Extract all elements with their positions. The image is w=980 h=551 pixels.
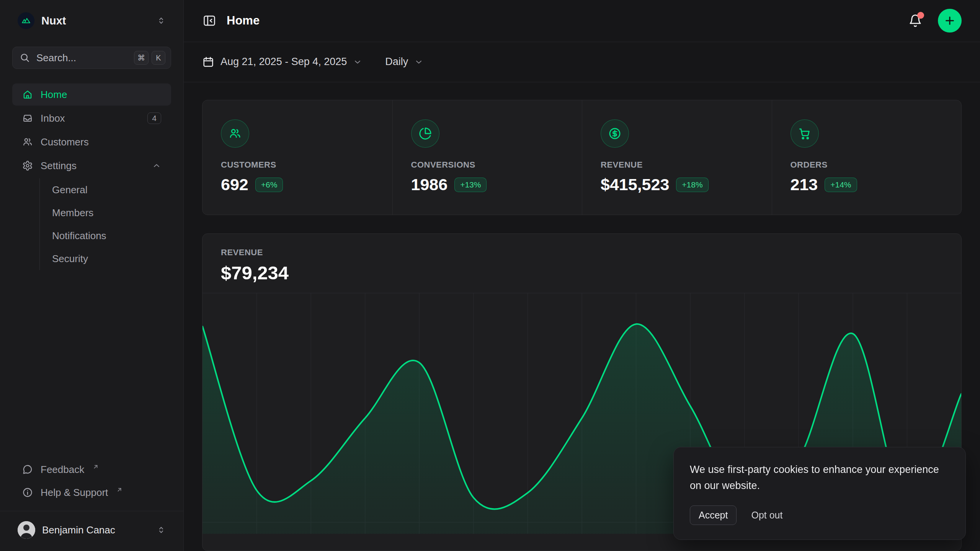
stat-label: REVENUE <box>601 160 753 170</box>
calendar-icon <box>202 56 214 68</box>
stat-value: $415,523 <box>601 175 669 194</box>
chevrons-up-down-icon <box>157 16 166 25</box>
granularity-value: Daily <box>385 56 408 68</box>
date-range-value: Aug 21, 2025 - Sep 4, 2025 <box>220 56 347 68</box>
feedback-label: Feedback <box>41 464 84 476</box>
sidebar-item-settings[interactable]: Settings <box>12 155 171 177</box>
notification-dot <box>917 12 924 19</box>
workspace-name: Nuxt <box>41 15 150 27</box>
stat-label: ORDERS <box>791 160 943 170</box>
chat-bubble-icon <box>22 464 33 475</box>
avatar <box>18 521 35 539</box>
info-circle-icon <box>22 487 33 498</box>
search-shortcut: ⌘ K <box>134 51 165 65</box>
home-icon <box>22 89 33 100</box>
sidebar-item-notifications[interactable]: Notifications <box>52 224 171 247</box>
sidebar: Nuxt Search... ⌘ K Home <box>0 0 184 551</box>
kbd-cmd: ⌘ <box>134 51 149 65</box>
stat-customers[interactable]: CUSTOMERS 692 +6% <box>203 100 392 215</box>
chevron-up-icon <box>152 161 161 170</box>
users-icon <box>22 137 33 147</box>
search-placeholder: Search... <box>36 52 128 64</box>
stat-revenue[interactable]: REVENUE $415,523 +18% <box>582 100 772 215</box>
sidebar-item-inbox[interactable]: Inbox 4 <box>12 107 171 129</box>
stat-orders[interactable]: ORDERS 213 +14% <box>772 100 962 215</box>
stat-delta-badge: +18% <box>676 178 708 192</box>
nuxt-logo-icon <box>18 12 34 29</box>
sidebar-item-label: Customers <box>41 136 89 148</box>
feedback-link[interactable]: Feedback <box>12 458 171 481</box>
cookie-banner: We use first-party cookies to enhance yo… <box>673 447 966 540</box>
stat-value: 1986 <box>411 175 448 194</box>
sidebar-item-label: Settings <box>41 160 77 172</box>
notifications-button[interactable] <box>908 13 923 28</box>
stats-card: CUSTOMERS 692 +6% CONVERSIONS 1986 +13% <box>202 100 962 215</box>
top-bar: Home <box>184 0 980 42</box>
settings-sub-list: General Members Notifications Security <box>39 178 171 270</box>
sidebar-item-label: Home <box>41 89 67 101</box>
dollar-circle-icon <box>601 119 629 148</box>
external-link-icon <box>116 487 122 493</box>
chevrons-up-down-icon <box>157 525 166 535</box>
chevron-down-icon <box>353 57 362 67</box>
sidebar-item-label: Inbox <box>41 112 65 124</box>
sidebar-footer: Feedback Help & Support <box>12 458 171 545</box>
sidebar-item-members[interactable]: Members <box>52 201 171 224</box>
inbox-count-badge: 4 <box>147 112 161 124</box>
gear-icon <box>22 160 33 171</box>
plus-icon <box>944 15 956 27</box>
app-root: Nuxt Search... ⌘ K Home <box>0 0 980 551</box>
stat-label: CUSTOMERS <box>221 160 374 170</box>
stat-delta-badge: +14% <box>825 178 857 192</box>
user-name: Benjamin Canac <box>42 524 150 536</box>
search-icon <box>20 52 30 63</box>
stat-value: 213 <box>791 175 818 194</box>
collapse-sidebar-icon[interactable] <box>202 13 217 28</box>
sidebar-item-home[interactable]: Home <box>12 83 171 106</box>
stat-value: 692 <box>221 175 248 194</box>
help-support-link[interactable]: Help & Support <box>12 481 171 504</box>
user-section: Benjamin Canac <box>0 511 183 545</box>
revenue-chart-label: REVENUE <box>221 248 943 258</box>
stat-label: CONVERSIONS <box>411 160 564 170</box>
cookie-message: We use first-party cookies to enhance yo… <box>690 462 949 494</box>
sidebar-item-customers[interactable]: Customers <box>12 131 171 153</box>
chevron-down-icon <box>414 57 423 67</box>
inbox-icon <box>22 113 33 124</box>
sidebar-item-general[interactable]: General <box>52 178 171 201</box>
sidebar-nav: Home Inbox 4 Customers Sett <box>12 83 171 272</box>
sidebar-item-security[interactable]: Security <box>52 247 171 270</box>
pie-chart-icon <box>411 119 439 148</box>
stat-conversions[interactable]: CONVERSIONS 1986 +13% <box>392 100 582 215</box>
accept-cookies-button[interactable]: Accept <box>690 505 737 525</box>
shopping-cart-icon <box>791 119 819 148</box>
stat-delta-badge: +6% <box>255 178 283 192</box>
page-title: Home <box>227 14 260 28</box>
granularity-select[interactable]: Daily <box>385 56 423 68</box>
external-link-icon <box>93 464 99 470</box>
workspace-switcher[interactable]: Nuxt <box>12 10 171 31</box>
optout-cookies-button[interactable]: Opt out <box>751 510 782 521</box>
users-icon <box>221 119 249 148</box>
user-menu[interactable]: Benjamin Canac <box>12 518 171 542</box>
stat-delta-badge: +13% <box>454 178 487 192</box>
date-range-picker[interactable]: Aug 21, 2025 - Sep 4, 2025 <box>202 56 362 68</box>
revenue-chart-total: $79,234 <box>221 262 943 284</box>
help-support-label: Help & Support <box>41 487 108 499</box>
add-button[interactable] <box>938 9 962 33</box>
filter-bar: Aug 21, 2025 - Sep 4, 2025 Daily <box>184 42 980 82</box>
search-input[interactable]: Search... ⌘ K <box>12 47 171 69</box>
kbd-k: K <box>152 51 165 65</box>
